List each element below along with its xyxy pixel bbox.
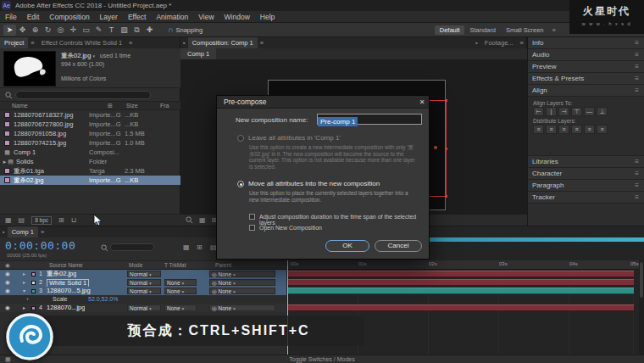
align-right-button[interactable]: ⊣: [558, 107, 569, 116]
hand-tool-icon[interactable]: ✥: [16, 25, 29, 36]
move-attributes-label[interactable]: Move all attributes into the new composi…: [248, 180, 380, 187]
magnification-icon[interactable]: [186, 216, 193, 224]
leave-attributes-label[interactable]: Leave all attributes in 'Comp 1': [248, 134, 341, 142]
distribute-left-button[interactable]: ≡: [571, 125, 582, 134]
layer-name[interactable]: 重杀02.jpg: [47, 270, 76, 278]
property-row-scale[interactable]: ◔ Scale 52.0,52.0%: [0, 295, 286, 304]
menu-edit[interactable]: Edit: [22, 13, 45, 21]
column-name[interactable]: Name: [12, 102, 28, 110]
adjust-duration-checkbox[interactable]: [249, 214, 255, 220]
panel-libraries[interactable]: Libraries≡: [528, 156, 644, 168]
column-type-icon[interactable]: ⊞: [108, 102, 113, 110]
panel-menu-icon[interactable]: ≡: [632, 37, 641, 49]
layer-name[interactable]: 1288070...jpg: [47, 304, 85, 312]
layer-anchor-point[interactable]: [434, 146, 437, 149]
panel-menu-icon[interactable]: ≡: [632, 192, 641, 204]
layer-row-4[interactable]: ◉ ▸ 4 1288070...jpg Normal▾ None▾ ◎ None…: [0, 304, 286, 312]
label-color-chip[interactable]: [4, 131, 10, 137]
project-item-row[interactable]: 12880706727800.jpg Importe...G ...KB: [0, 120, 180, 129]
viewer-tab-comp1[interactable]: Comp 1: [180, 48, 216, 59]
tab-composition[interactable]: Composition: Comp 1: [188, 37, 258, 48]
ok-button[interactable]: OK: [325, 240, 369, 252]
align-center-h-button[interactable]: ∣: [546, 107, 557, 116]
panel-preview[interactable]: Preview≡: [528, 61, 644, 73]
time-ruler[interactable]: :00s 01s 02s 03s 04s 05s: [286, 260, 644, 270]
parent-dropdown[interactable]: ◎ None▾: [209, 288, 275, 294]
chevron-down-icon[interactable]: ▾: [92, 53, 95, 60]
layer-handle[interactable]: [445, 195, 447, 198]
type-tool-icon[interactable]: T: [105, 25, 118, 36]
project-item-row[interactable]: 128807074215.jpg Importe...G 1.0 MB: [0, 138, 180, 148]
layer-handle[interactable]: [445, 148, 447, 150]
expand-arrow-icon[interactable]: ▸: [23, 270, 25, 278]
composition-mini-flowchart-icon[interactable]: ▦: [183, 243, 190, 251]
align-left-button[interactable]: ⊢: [533, 107, 544, 116]
distribute-right-button[interactable]: ≡: [597, 125, 608, 134]
panel-info[interactable]: Info≡: [528, 37, 644, 49]
eye-icon[interactable]: ◉: [5, 304, 10, 312]
video-column-icon[interactable]: ◉: [5, 261, 10, 270]
open-new-composition-label[interactable]: Open New Composition: [259, 225, 322, 231]
panel-menu-icon[interactable]: ≡: [28, 37, 36, 48]
zoom-tool-icon[interactable]: ⊕: [29, 25, 42, 36]
panel-effects-presets[interactable]: Effects & Presets≡: [528, 73, 644, 85]
timeline-search-input[interactable]: [110, 243, 154, 251]
align-center-v-button[interactable]: —: [584, 107, 595, 116]
workspace-overflow-icon[interactable]: »: [552, 26, 556, 34]
cancel-button[interactable]: Cancel: [375, 240, 422, 252]
layer-name[interactable]: 1288070...5.jpg: [47, 287, 91, 295]
camera-tool-icon[interactable]: ◎: [54, 25, 67, 36]
label-color-chip[interactable]: [4, 121, 10, 127]
tab-footage[interactable]: Footage...: [480, 37, 518, 48]
scrollbar-thumb[interactable]: [640, 262, 643, 298]
move-attributes-radio[interactable]: [237, 181, 244, 187]
project-search-input[interactable]: [15, 91, 151, 99]
panel-menu-icon[interactable]: ≡: [126, 37, 135, 48]
blend-mode-dropdown[interactable]: Normal▾: [127, 288, 161, 294]
grid-view-icon[interactable]: ▦: [5, 216, 12, 224]
eye-icon[interactable]: ◉: [5, 278, 10, 287]
blend-mode-dropdown[interactable]: Normal▾: [127, 271, 161, 277]
blend-mode-dropdown[interactable]: Normal▾: [127, 304, 161, 311]
layer-name[interactable]: White Solid 1: [47, 279, 89, 288]
current-timecode[interactable]: 0:00:00:00: [5, 239, 75, 252]
selection-tool-icon[interactable]: ➤: [3, 25, 16, 36]
panel-menu-icon[interactable]: ≡: [258, 37, 266, 48]
panel-menu-icon[interactable]: ≡: [632, 73, 641, 85]
tab-project[interactable]: Project: [0, 37, 28, 48]
layer-duration-bar[interactable]: [288, 279, 634, 286]
parent-dropdown[interactable]: ◎ None▾: [209, 271, 275, 277]
draft-3d-icon[interactable]: ⊞: [197, 243, 203, 251]
trkmat-dropdown[interactable]: None▾: [164, 304, 197, 311]
eye-icon[interactable]: ◉: [5, 287, 10, 295]
workspace-standard[interactable]: Standard: [464, 25, 500, 35]
panel-menu-icon[interactable]: ≡: [632, 156, 641, 168]
panel-menu-icon[interactable]: ≡: [632, 168, 641, 180]
workspace-default[interactable]: Default: [435, 25, 465, 35]
close-icon[interactable]: ✕: [415, 96, 429, 109]
label-color-chip[interactable]: [4, 112, 10, 118]
layer-color-chip[interactable]: [31, 306, 36, 310]
vertical-scrollbar[interactable]: [639, 260, 644, 355]
clone-stamp-tool-icon[interactable]: ⧉: [130, 25, 143, 36]
distribute-center-h-button[interactable]: ≡: [584, 125, 595, 134]
panel-menu-icon[interactable]: ≡: [38, 226, 47, 237]
bit-depth-button[interactable]: 8 bpc: [31, 216, 52, 225]
trash-icon[interactable]: ⊔: [71, 216, 76, 224]
label-color-chip[interactable]: [4, 177, 10, 183]
composition-name-input[interactable]: Pre-comp 1: [317, 114, 422, 125]
tab-effect-controls[interactable]: Effect Controls White Solid 1: [37, 37, 126, 48]
project-item-row[interactable]: ▸ ▤ Solids Folder: [0, 157, 180, 166]
eye-icon[interactable]: ◉: [5, 270, 10, 278]
blend-mode-dropdown[interactable]: Normal▾: [127, 279, 161, 286]
column-fra[interactable]: Fra: [160, 102, 169, 110]
rotation-tool-icon[interactable]: ↻: [42, 25, 54, 36]
panel-tracker[interactable]: Tracker≡: [528, 192, 644, 204]
distribute-bottom-button[interactable]: ≡: [558, 125, 569, 134]
shape-tool-icon[interactable]: ▭: [80, 25, 92, 36]
collapse-arrow-icon[interactable]: ▾: [23, 287, 25, 295]
column-mode[interactable]: Mode: [129, 261, 142, 270]
dialog-title-bar[interactable]: Pre-compose ✕: [217, 96, 429, 109]
panel-menu-icon[interactable]: ≡: [632, 49, 641, 61]
project-item-row[interactable]: 重杀01.tga Targa 2.3 MB: [0, 166, 180, 176]
